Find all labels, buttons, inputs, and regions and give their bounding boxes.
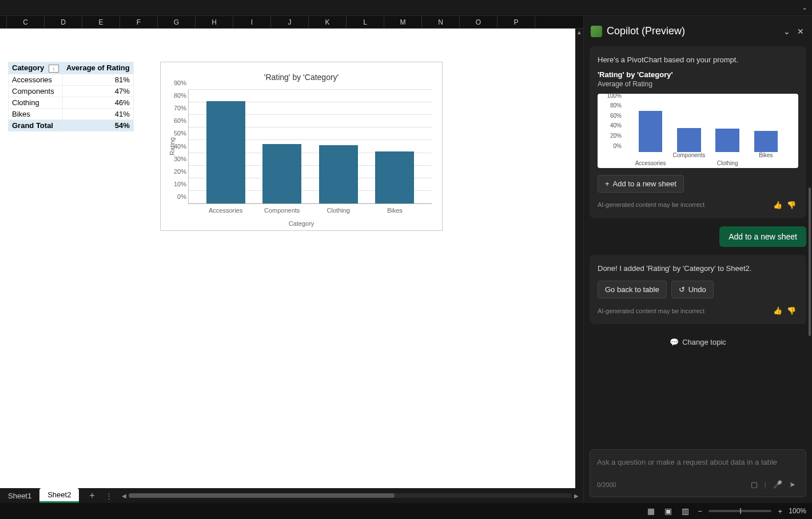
user-message: Add to a new sheet	[719, 226, 806, 247]
copilot-response-card-1: Here's a PivotChart based on your prompt…	[590, 46, 806, 218]
thumbs-down-icon[interactable]: 👎	[785, 199, 798, 210]
send-icon[interactable]: ➤	[786, 479, 799, 490]
chart-bar	[375, 151, 414, 203]
plus-icon: +	[605, 179, 610, 188]
zoom-slider[interactable]	[708, 510, 771, 512]
copilot-title: Copilot (Preview)	[607, 25, 778, 37]
table-row: Clothing46%	[9, 97, 134, 108]
zoom-out-button[interactable]: −	[696, 507, 704, 516]
thumbs-up-icon[interactable]: 👍	[771, 305, 785, 316]
chart-title: 'Rating' by 'Category'	[161, 62, 442, 82]
column-header[interactable]: G	[158, 16, 196, 28]
undo-button[interactable]: ↺ Undo	[671, 281, 714, 298]
column-header[interactable]: O	[460, 16, 497, 28]
chart-x-axis-label: Category	[161, 220, 442, 227]
normal-view-icon[interactable]: ▦	[644, 506, 657, 516]
column-header[interactable]: I	[233, 16, 271, 28]
undo-icon: ↺	[679, 285, 685, 294]
tab-sheet2[interactable]: Sheet2	[39, 488, 79, 503]
character-counter: 0/2000	[597, 481, 747, 488]
tab-sheet1[interactable]: Sheet1	[0, 489, 39, 502]
chat-icon: 💬	[670, 338, 679, 346]
card-view-icon[interactable]: ▢	[747, 479, 761, 490]
thumbs-up-icon[interactable]: 👍	[771, 199, 785, 210]
column-header[interactable]: M	[384, 16, 422, 28]
page-layout-view-icon[interactable]: ▣	[662, 506, 674, 516]
column-header[interactable]: E	[82, 16, 120, 28]
column-header[interactable]: F	[120, 16, 158, 28]
column-header[interactable]: H	[196, 16, 233, 28]
copilot-response-card-2: Done! I added 'Rating' by 'Category' to …	[590, 255, 806, 325]
ai-disclaimer: AI-generated content may be incorrect	[598, 308, 771, 314]
ai-disclaimer: AI-generated content may be incorrect	[598, 201, 771, 208]
column-header[interactable]: L	[347, 16, 384, 28]
change-topic-button[interactable]: 💬 Change topic	[590, 332, 806, 354]
zoom-level-label[interactable]: 100%	[789, 507, 806, 515]
pivot-header-category[interactable]: Category ↓	[9, 62, 63, 74]
copilot-input[interactable]: Ask a question or make a request about d…	[590, 449, 806, 497]
column-header[interactable]: C	[7, 16, 45, 28]
vertical-scrollbar[interactable]: ▲ ▼	[575, 29, 583, 503]
scroll-right-icon[interactable]: ▶	[574, 493, 579, 499]
copilot-panel: Copilot (Preview) ⌄ ✕ Here's a PivotChar…	[583, 16, 812, 503]
scroll-left-icon[interactable]: ◀	[122, 493, 126, 499]
column-header[interactable]: N	[422, 16, 460, 28]
table-row: Components47%	[9, 85, 134, 97]
microphone-icon[interactable]: 🎤	[770, 479, 786, 490]
ribbon-collapse-icon[interactable]: ⌄	[802, 3, 807, 11]
chart-bar	[262, 144, 301, 203]
zoom-in-button[interactable]: +	[776, 507, 784, 516]
go-back-to-table-button[interactable]: Go back to table	[598, 281, 667, 298]
status-bar: ▦ ▣ ▥ − + 100%	[0, 503, 812, 519]
sheet-canvas[interactable]: Category ↓ Average of Rating Accessories…	[0, 29, 583, 503]
copilot-chart-preview: 0%20%40%60%80%100%AccessoriesComponentsC…	[598, 94, 798, 168]
column-header[interactable]: D	[45, 16, 82, 28]
pivot-total-row: Grand Total 54%	[9, 119, 134, 131]
column-header[interactable]: P	[497, 16, 535, 28]
copilot-chart-title: 'Rating' by 'Category'	[598, 70, 798, 79]
pivot-header-value[interactable]: Average of Rating	[62, 62, 133, 74]
copilot-logo-icon	[591, 26, 602, 37]
column-header[interactable]: J	[271, 16, 309, 28]
chart-bar	[206, 101, 245, 203]
copilot-scrollbar[interactable]	[809, 187, 811, 336]
pivot-chart[interactable]: 'Rating' by 'Category' Rating Category 0…	[160, 62, 443, 231]
thumbs-down-icon[interactable]: 👎	[785, 305, 798, 316]
copilot-chart-subtitle: Average of Rating	[598, 80, 798, 88]
copilot-expand-icon[interactable]: ⌄	[782, 26, 791, 37]
copilot-done-text: Done! I added 'Rating' by 'Category' to …	[598, 263, 798, 274]
add-to-new-sheet-button[interactable]: + Add to a new sheet	[598, 175, 684, 193]
table-row: Bikes41%	[9, 108, 134, 119]
filter-dropdown-icon[interactable]: ↓	[49, 65, 59, 73]
pivot-table[interactable]: Category ↓ Average of Rating Accessories…	[8, 62, 134, 131]
add-sheet-button[interactable]: +	[79, 490, 105, 501]
row-header-corner	[0, 16, 7, 28]
column-header[interactable]: K	[309, 16, 347, 28]
column-header-row: CDEFGHIJKLMNOP	[0, 16, 583, 29]
table-row: Accessories81%	[9, 74, 134, 85]
ribbon-bar: ⌄	[0, 0, 812, 16]
input-placeholder: Ask a question or make a request about d…	[597, 457, 799, 474]
copilot-close-icon[interactable]: ✕	[796, 26, 805, 37]
sheet-tab-bar: Sheet1 Sheet2 + ⋮ ◀ ▶	[0, 488, 583, 503]
horizontal-scrollbar[interactable]: ◀ ▶	[117, 493, 583, 499]
scroll-up-icon[interactable]: ▲	[575, 29, 583, 37]
spreadsheet-region: CDEFGHIJKLMNOP Category ↓ Average of Rat…	[0, 16, 583, 503]
chart-plot-area: 0%10%20%30%40%50%60%70%80%90%Accessories…	[188, 90, 432, 204]
chart-bar	[319, 145, 358, 203]
tab-menu-icon[interactable]: ⋮	[105, 492, 117, 500]
page-break-view-icon[interactable]: ▥	[679, 506, 691, 516]
copilot-intro-text: Here's a PivotChart based on your prompt…	[598, 54, 798, 66]
